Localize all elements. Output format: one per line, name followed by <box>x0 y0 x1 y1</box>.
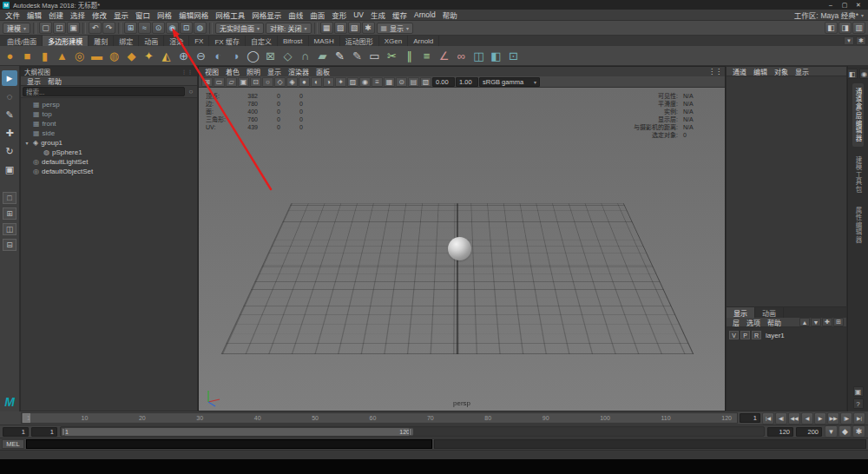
symmetrize-icon[interactable]: ◧ <box>488 48 504 64</box>
animation-preferences-icon[interactable]: ✱ <box>852 425 865 438</box>
layout-persp-graph[interactable]: ⊟ <box>3 239 16 251</box>
move-layer-down-icon[interactable]: ▼ <box>811 318 821 326</box>
target-weld-icon[interactable]: ∞ <box>453 48 470 64</box>
sidebar-vertical-tab[interactable]: 属性编辑器 <box>852 202 864 248</box>
menu-item[interactable]: 曲线 <box>285 10 306 20</box>
layer-name[interactable]: layer1 <box>766 332 785 339</box>
new-scene-icon[interactable]: ▢ <box>39 22 52 34</box>
shelf-tab[interactable]: FX <box>189 36 209 46</box>
viewport-menu-item[interactable]: 显示 <box>264 67 285 76</box>
menu-item[interactable]: 网格显示 <box>248 10 285 20</box>
animation-end-field[interactable]: 200 <box>796 427 822 437</box>
outliner-menu-item[interactable]: 帮助 <box>44 76 65 86</box>
layer-row[interactable]: VPR layer1 <box>727 330 846 340</box>
separate-icon[interactable]: ⊖ <box>193 48 209 64</box>
sidebar-vertical-tab[interactable]: 建模工具包 <box>852 152 864 198</box>
layer-editor-tab[interactable]: 显示 <box>727 307 755 318</box>
lasso-tool[interactable]: ◌ <box>2 89 17 104</box>
snap-to-curve-icon[interactable]: ≈ <box>138 22 151 34</box>
outliner-header[interactable]: 大纲视图 ⋮⋮ <box>21 67 197 76</box>
layer-editor-menu-item[interactable]: 帮助 <box>764 318 785 327</box>
menu-item[interactable]: 编辑 <box>23 10 45 20</box>
outliner-item[interactable]: ▦ persp <box>21 100 197 109</box>
ambient-occlusion-icon[interactable]: ◉ <box>359 77 371 87</box>
search-input[interactable]: 搜索... <box>23 87 185 96</box>
menu-item[interactable]: 变形 <box>328 10 350 20</box>
outliner-item[interactable]: ▦ side <box>21 128 197 138</box>
insert-edge-loop-icon[interactable]: ∥ <box>401 48 418 64</box>
menu-item[interactable]: 帮助 <box>439 10 461 20</box>
symmetry-dropdown[interactable]: 对称: 关闭 ▾ <box>266 23 311 34</box>
scale-tool[interactable]: ▣ <box>2 161 17 177</box>
shadows-icon[interactable]: ▨ <box>347 77 358 87</box>
undo-icon[interactable]: ↶ <box>89 22 102 34</box>
time-slider-track[interactable]: 1102030405060708090100110120 <box>21 412 738 424</box>
layer-editor-menu-item[interactable]: 选项 <box>743 318 764 327</box>
psphere-object[interactable] <box>448 237 471 260</box>
step-back-key-icon[interactable]: ◀◀ <box>788 412 800 425</box>
render-current-frame-icon[interactable]: ▨ <box>334 22 347 34</box>
auto-keyframe-icon[interactable]: ◆ <box>838 425 852 438</box>
viewport-canvas[interactable]: 顶点:38200 边:78000 面:40000 三角形:76000 <box>199 88 725 411</box>
field-chart-icon[interactable]: ⊡ <box>250 77 261 87</box>
outliner-menu-item[interactable]: 显示 <box>23 76 44 86</box>
menu-item[interactable]: 缓存 <box>389 10 411 20</box>
shelf-tab[interactable]: 多边形建模 <box>43 36 89 46</box>
poly-cube-icon[interactable]: ■ <box>19 48 36 64</box>
step-back-frame-icon[interactable]: ◀| <box>775 412 787 425</box>
outliner-item[interactable]: ▦ front <box>21 119 197 128</box>
play-forwards-icon[interactable]: ▶ <box>814 412 826 425</box>
menu-set-dropdown[interactable]: 建模 ▾ <box>3 23 30 34</box>
gamma-field[interactable]: 1.00 <box>456 77 478 87</box>
menu-item[interactable]: 编辑网格 <box>175 10 212 20</box>
animation-start-field[interactable]: 1 <box>3 427 29 437</box>
range-slider-bar[interactable]: 1 120 <box>62 428 413 436</box>
expander-icon[interactable]: ▾ <box>23 140 30 146</box>
step-forward-key-icon[interactable]: ▶▶ <box>827 412 839 425</box>
wireframe-icon[interactable]: ◈ <box>286 77 298 87</box>
layer-toggle[interactable]: V <box>729 331 739 339</box>
menu-item[interactable]: 选择 <box>67 10 89 20</box>
ipr-render-icon[interactable]: ▧ <box>348 22 361 34</box>
snap-to-view-plane-icon[interactable]: ⊡ <box>180 22 193 34</box>
shelf-tab[interactable]: 动画 <box>139 36 164 46</box>
sculpt-tool-icon[interactable]: ◭ <box>158 48 174 64</box>
xray-icon[interactable]: ▧ <box>420 77 431 87</box>
crease-tool-icon[interactable]: ∠ <box>436 48 452 64</box>
safe-title-icon[interactable]: ◇ <box>274 77 286 87</box>
menu-item[interactable]: 修改 <box>89 10 110 20</box>
open-render-view-icon[interactable]: ▦ <box>320 22 333 34</box>
shelf-tab[interactable]: 曲线/曲面 <box>2 36 43 46</box>
viewport-menu-item[interactable]: 面板 <box>312 67 333 76</box>
expand-panel-icon[interactable]: ◧ <box>847 69 858 79</box>
new-empty-layer-icon[interactable]: ✚ <box>822 318 832 326</box>
current-frame-field[interactable]: 1 <box>740 413 760 423</box>
command-input[interactable] <box>26 439 432 449</box>
panel-menu-icon[interactable]: ⋮⋮ <box>708 68 722 76</box>
command-language-button[interactable]: MEL <box>2 439 24 449</box>
sidebar-vertical-tab[interactable]: 通道盒/层编辑器 <box>852 83 864 147</box>
shelf-tab[interactable]: Arnold <box>408 36 439 46</box>
shelf-tab[interactable]: 自定义 <box>246 36 278 46</box>
shelf-tab[interactable]: 雕刻 <box>89 36 114 46</box>
maximize-button[interactable]: ▢ <box>838 2 852 9</box>
menu-item[interactable]: 创建 <box>45 10 67 20</box>
outliner-item[interactable]: ◎ defaultLightSet <box>21 157 197 167</box>
display-dropdown[interactable]: ▦ 显示 ▾ <box>377 23 414 34</box>
current-time-marker[interactable] <box>23 413 30 423</box>
poly-cone-icon[interactable]: ▲ <box>54 48 70 64</box>
multisample-icon[interactable]: ▦ <box>384 77 395 87</box>
shelf-tab[interactable]: 渲染 <box>164 36 189 46</box>
append-to-polygon-icon[interactable]: ✎ <box>332 48 348 64</box>
exposure-field[interactable]: 0.00 <box>432 77 455 87</box>
channel-box-menu-item[interactable]: 对象 <box>771 67 792 76</box>
panel-menu-icon[interactable]: ⋮⋮ <box>181 69 194 75</box>
menu-item[interactable]: 网格工具 <box>212 10 248 20</box>
poly-sphere-icon[interactable]: ● <box>2 48 18 64</box>
layer-editor-menu-item[interactable]: 层 <box>729 318 743 327</box>
live-surface-dropdown[interactable]: 无实时曲面 ▾ <box>215 23 264 34</box>
outliner-item[interactable]: ▾ ◈ group1 <box>21 138 197 148</box>
channel-box-menu-item[interactable]: 编辑 <box>750 67 771 76</box>
menu-item[interactable]: 生成 <box>367 10 389 20</box>
workspace-value[interactable]: Maya 经典* <box>821 10 858 20</box>
